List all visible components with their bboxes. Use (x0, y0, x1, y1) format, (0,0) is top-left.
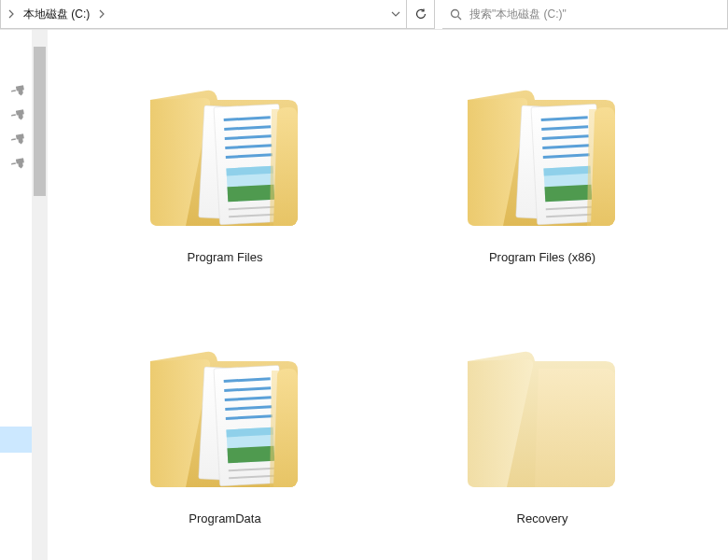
folder-icon (122, 319, 328, 506)
breadcrumb-current[interactable]: 本地磁盘 (C:) (16, 7, 97, 22)
folder-icon (440, 319, 645, 506)
folder-label: ProgramData (189, 511, 260, 525)
svg-point-13 (452, 9, 459, 17)
quickaccess-pin-icon (10, 154, 28, 172)
folder-label: Program Files (188, 250, 263, 264)
breadcrumb-chevron-icon (7, 9, 16, 19)
address-bar[interactable]: 本地磁盘 (C:) (0, 0, 407, 29)
folder-label: Recovery (517, 511, 568, 525)
folder-contents[interactable]: Program Files Program Files (x86) Progra… (48, 30, 728, 560)
quickaccess-pin-icon (10, 105, 28, 123)
scrollbar-thumb[interactable] (34, 47, 46, 196)
svg-line-14 (458, 16, 462, 20)
folder-item-programdata[interactable]: ProgramData (76, 319, 374, 560)
address-dropdown-icon[interactable] (385, 11, 406, 17)
refresh-icon (414, 7, 427, 21)
folder-label: Program Files (x86) (489, 250, 595, 264)
folder-icon (440, 58, 645, 245)
folder-item-recovery[interactable]: Recovery (393, 319, 692, 560)
folder-item-program-files-x86[interactable]: Program Files (x86) (393, 58, 692, 319)
folder-item-program-files[interactable]: Program Files (76, 58, 374, 319)
search-icon (450, 8, 462, 21)
refresh-button[interactable] (407, 0, 435, 29)
search-bar[interactable] (442, 0, 728, 29)
folder-icon (122, 58, 328, 245)
navigation-pane-sliver (0, 30, 32, 560)
nav-scrollbar[interactable] (32, 30, 48, 560)
nav-selection-highlight (0, 427, 32, 453)
quickaccess-pin-icon (10, 130, 28, 147)
search-input[interactable] (469, 7, 727, 21)
quickaccess-pin-icon (10, 81, 28, 99)
breadcrumb-chevron-icon (97, 9, 106, 19)
